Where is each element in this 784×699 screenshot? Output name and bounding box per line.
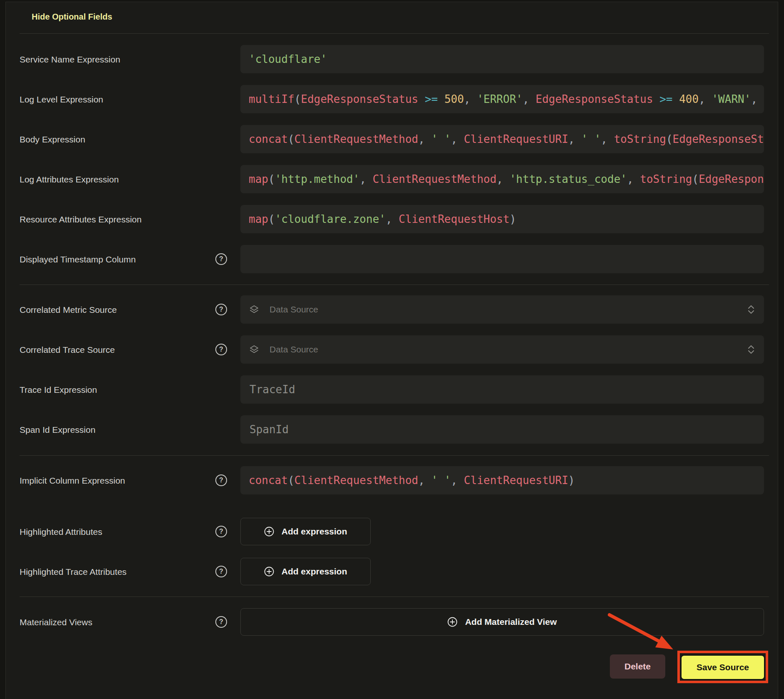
code-token: ,: [418, 474, 431, 487]
field-label-body: Body Expression: [20, 134, 85, 145]
add-expression-button[interactable]: Add expression: [240, 518, 371, 545]
span-id-expression-input[interactable]: [249, 423, 756, 436]
code-token: ,: [451, 474, 464, 487]
divider: [20, 597, 769, 597]
field-label-resource-attributes: Resource Attributes Expression: [20, 214, 142, 225]
span-id-input-wrap: [240, 415, 764, 444]
trace-id-expression-input[interactable]: [249, 383, 756, 396]
code-token: ,: [418, 133, 431, 145]
body-expression-input[interactable]: concat(ClientRequestMethod, ' ', ClientR…: [240, 125, 764, 153]
displayed-timestamp-input-wrap: [240, 245, 764, 273]
correlated-metric-source-select[interactable]: Data Source: [240, 295, 764, 324]
code-token: ,: [464, 93, 477, 105]
code-token: ' ': [431, 133, 451, 145]
delete-button[interactable]: Delete: [610, 654, 665, 679]
code-token: (: [288, 133, 295, 145]
service-name-expression-input[interactable]: 'cloudflare': [240, 45, 764, 73]
code-token: 'http.method': [275, 173, 360, 185]
code-token: (: [288, 474, 295, 487]
code-token: 'WARN': [712, 93, 751, 105]
code-token: ): [509, 213, 516, 225]
code-token: EdgeResponseStatus: [699, 173, 764, 185]
add-expression-button[interactable]: Add expression: [240, 558, 371, 585]
trace-id-input-wrap: [240, 375, 764, 404]
code-token: 'cloudflare': [249, 53, 327, 65]
help-icon[interactable]: ?: [215, 253, 227, 265]
code-token: toString: [640, 173, 692, 185]
add-materialized-view-button[interactable]: Add Materialized View: [240, 608, 764, 636]
code-token: ClientRequestMethod: [295, 474, 418, 487]
code-token: ,: [522, 93, 535, 105]
code-token: ,: [360, 173, 372, 185]
log-level-expression-input[interactable]: multiIf(EdgeResponseStatus >= 500, 'ERRO…: [240, 85, 764, 113]
code-token: multiIf: [249, 93, 295, 105]
code-token: concat: [249, 474, 288, 487]
field-label-materialized-views: Materialized Views: [20, 617, 92, 628]
code-token: ,: [451, 133, 464, 145]
chevron-selector-icon: [747, 304, 756, 315]
code-token: EdgeResponseStatus: [536, 93, 653, 105]
field-label-service-name: Service Name Expression: [20, 54, 120, 65]
code-token: ClientRequestHost: [399, 213, 509, 225]
field-label-log-attributes: Log Attributes Expression: [20, 174, 119, 185]
code-token: 'ERROR': [477, 93, 523, 105]
code-token: 'cloudflare.zone': [275, 213, 386, 225]
help-icon[interactable]: ?: [215, 344, 227, 355]
plus-circle-icon: [264, 527, 274, 537]
divider: [20, 455, 769, 456]
help-icon[interactable]: ?: [215, 616, 227, 628]
code-token: (: [268, 173, 275, 185]
code-token: toString: [614, 133, 666, 145]
code-token: ): [568, 474, 575, 487]
field-label-displayed-timestamp: Displayed Timestamp Column: [20, 254, 136, 265]
code-token: EdgeResponseStatus: [301, 93, 418, 105]
correlated-trace-source-select[interactable]: Data Source: [240, 335, 764, 364]
code-token: ,: [601, 133, 614, 145]
layers-icon: [249, 304, 260, 315]
code-token: ,: [751, 93, 764, 105]
displayed-timestamp-input[interactable]: [249, 252, 756, 266]
help-icon[interactable]: ?: [215, 304, 227, 315]
help-icon[interactable]: ?: [215, 474, 227, 486]
field-label-span-id: Span Id Expression: [20, 424, 95, 436]
code-token: 400: [679, 93, 699, 105]
code-token: ' ': [431, 474, 451, 487]
help-icon[interactable]: ?: [215, 526, 227, 537]
divider: [20, 285, 769, 285]
code-token: ,: [699, 93, 712, 105]
code-token: ClientRequestMethod: [372, 173, 496, 185]
resource-attributes-expression-input[interactable]: map('cloudflare.zone', ClientRequestHost…: [240, 205, 764, 233]
code-token: ClientRequestURI: [464, 474, 568, 487]
code-token: (: [692, 173, 699, 185]
code-token: 'http.status_code': [509, 173, 627, 185]
plus-circle-icon: [447, 617, 457, 627]
implicit-column-expression-input[interactable]: concat(ClientRequestMethod, ' ', ClientR…: [240, 466, 764, 494]
code-token: >=: [653, 93, 679, 105]
code-token: (: [295, 93, 301, 105]
code-token: map: [249, 173, 268, 185]
source-settings-form: { "header": { "hide_optional_fields": "H…: [0, 0, 784, 699]
code-token: 500: [444, 93, 464, 105]
code-token: (: [268, 213, 275, 225]
add-expression-label: Add expression: [282, 567, 347, 577]
code-token: EdgeResponseStatus: [673, 133, 764, 145]
hide-optional-fields-link[interactable]: Hide Optional Fields: [32, 12, 112, 22]
log-attributes-expression-input[interactable]: map('http.method', ClientRequestMethod, …: [240, 165, 764, 193]
code-token: ' ': [581, 133, 601, 145]
help-icon[interactable]: ?: [215, 566, 227, 577]
field-label-highlighted-trace-attributes: Highlighted Trace Attributes: [20, 566, 127, 578]
code-token: ,: [386, 213, 399, 225]
select-placeholder: Data Source: [270, 345, 747, 354]
add-materialized-view-label: Add Materialized View: [465, 617, 557, 627]
field-label-implicit-column: Implicit Column Expression: [20, 475, 125, 487]
code-token: ClientRequestURI: [464, 133, 568, 145]
code-token: >=: [418, 93, 444, 105]
code-token: ,: [627, 173, 640, 185]
save-source-button[interactable]: Save Source: [681, 655, 765, 680]
plus-circle-icon: [264, 567, 274, 577]
field-label-correlated-trace: Correlated Trace Source: [20, 344, 115, 356]
field-label-trace-id: Trace Id Expression: [20, 384, 97, 396]
chevron-selector-icon: [747, 344, 756, 355]
field-label-correlated-metric: Correlated Metric Source: [20, 304, 117, 316]
select-placeholder: Data Source: [270, 305, 747, 315]
